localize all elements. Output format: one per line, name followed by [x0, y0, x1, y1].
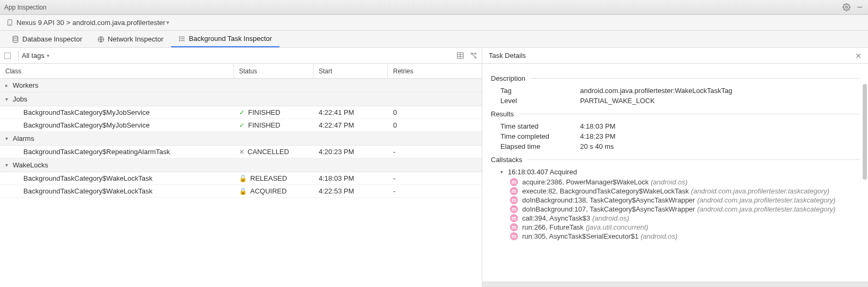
tab-database-inspector[interactable]: Database Inspector	[4, 31, 90, 47]
cell-start: 4:22:53 PM	[313, 187, 388, 195]
gear-icon[interactable]	[843, 3, 850, 11]
svg-point-17	[475, 57, 476, 58]
cell-status: ✓FINISHED	[234, 121, 313, 129]
svg-point-16	[471, 53, 473, 55]
details-title: Task Details	[489, 52, 855, 60]
th-class[interactable]: Class	[0, 64, 234, 78]
svg-point-18	[475, 53, 476, 55]
table-body: ▸ Workers ▾ Jobs BackgroundTaskCategory$…	[0, 79, 482, 287]
cell-retries: 0	[388, 121, 473, 129]
tab-label: Background Task Inspector	[189, 35, 273, 43]
cell-start: 4:22:47 PM	[313, 121, 388, 129]
th-start[interactable]: Start	[313, 64, 388, 78]
chevron-down-icon: ▾	[500, 169, 508, 175]
graph-view-icon[interactable]	[470, 52, 478, 60]
stack-frame[interactable]: mdoInBackground:107, TaskCategory$AsyncT…	[510, 205, 860, 213]
section-callstacks: Callstacks	[491, 156, 860, 164]
th-status[interactable]: Status	[234, 64, 313, 78]
cell-start: 4:20:23 PM	[313, 148, 388, 156]
stack-frame[interactable]: mcall:394, AsyncTask$3(android.os)	[510, 214, 860, 222]
method-badge-icon: m	[510, 205, 518, 213]
tab-label: Database Inspector	[22, 35, 82, 43]
group-wakelocks[interactable]: ▾ WakeLocks	[0, 158, 482, 172]
unlock-icon: 🔓	[239, 175, 247, 182]
globe-icon	[97, 36, 105, 43]
task-list-panel: All tags ▾ Class Status Start Retries ▸ …	[0, 48, 482, 287]
device-icon	[6, 19, 13, 26]
svg-point-10	[179, 38, 180, 39]
method-badge-icon: m	[510, 178, 518, 186]
stack-frame[interactable]: mdoInBackground:138, TaskCategory$AsyncT…	[510, 196, 860, 204]
group-workers[interactable]: ▸ Workers	[0, 79, 482, 92]
list-icon	[178, 35, 186, 43]
chevron-down-icon: ▾	[5, 162, 13, 168]
divider	[18, 51, 19, 61]
table-view-icon[interactable]	[456, 52, 464, 60]
table-row[interactable]: BackgroundTaskCategory$RepeatingAlarmTas…	[0, 146, 482, 158]
horizontal-scrollbar[interactable]	[482, 282, 868, 287]
cell-start: 4:18:03 PM	[313, 174, 388, 182]
method-badge-icon: m	[510, 196, 518, 204]
cell-retries: -	[388, 148, 473, 156]
lock-icon: 🔒	[239, 188, 247, 195]
table-row[interactable]: BackgroundTaskCategory$MyJobService ✓FIN…	[0, 106, 482, 119]
stack-frame[interactable]: mexecute:82, BackgroundTaskCategory$Wake…	[510, 187, 860, 195]
task-list-toolbar: All tags ▾	[0, 48, 482, 64]
kv-time-started: Time started 4:18:03 PM	[500, 122, 860, 130]
tags-filter-dropdown[interactable]: All tags ▾	[22, 52, 49, 60]
svg-point-11	[179, 40, 180, 40]
breadcrumb-process: android.com.java.profilertester	[72, 19, 165, 27]
table-row[interactable]: BackgroundTaskCategory$WakeLockTask 🔒ACQ…	[0, 185, 482, 198]
table-row[interactable]: BackgroundTaskCategory$WakeLockTask 🔓REL…	[0, 172, 482, 185]
cell-class: BackgroundTaskCategory$WakeLockTask	[0, 187, 234, 195]
th-retries[interactable]: Retries	[388, 64, 473, 78]
kv-elapsed: Elapsed time 20 s 40 ms	[500, 142, 860, 150]
cell-class: BackgroundTaskCategory$WakeLockTask	[0, 174, 234, 182]
kv-time-completed: Time completed 4:18:23 PM	[500, 132, 860, 140]
chevron-down-icon: ▾	[47, 53, 49, 58]
table-header: Class Status Start Retries	[0, 64, 482, 79]
group-alarms[interactable]: ▾ Alarms	[0, 132, 482, 146]
method-badge-icon: m	[510, 223, 518, 231]
panel-title: App Inspection	[4, 4, 837, 11]
method-badge-icon: m	[510, 187, 518, 195]
method-badge-icon: m	[510, 214, 518, 222]
cell-start: 4:22:41 PM	[313, 108, 388, 116]
cell-retries: 0	[388, 108, 473, 116]
section-results: Results	[491, 110, 860, 118]
cell-status: 🔒ACQUIRED	[234, 187, 313, 195]
table-row[interactable]: BackgroundTaskCategory$MyJobService ✓FIN…	[0, 119, 482, 132]
chevron-down-icon: ▾	[166, 19, 169, 26]
kv-level: Level PARTIAL_WAKE_LOCK	[500, 97, 860, 105]
stack-frame[interactable]: mrun:266, FutureTask(java.util.concurren…	[510, 223, 860, 231]
scrollbar-thumb[interactable]	[863, 84, 867, 180]
stop-icon[interactable]	[4, 53, 11, 59]
tab-background-task-inspector[interactable]: Background Task Inspector	[171, 31, 280, 47]
breadcrumb-device: Nexus 9 API 30	[16, 19, 64, 27]
tab-label: Network Inspector	[108, 35, 164, 43]
tab-network-inspector[interactable]: Network Inspector	[90, 31, 171, 47]
check-icon: ✓	[239, 121, 245, 129]
minimize-icon[interactable]	[856, 3, 864, 11]
stack-frame[interactable]: macquire:2386, PowerManager$WakeLock(and…	[510, 178, 860, 186]
titlebar: App Inspection	[0, 0, 868, 15]
details-header: Task Details ✕	[482, 48, 868, 64]
group-jobs[interactable]: ▾ Jobs	[0, 92, 482, 106]
database-icon	[12, 36, 19, 43]
check-icon: ✓	[239, 108, 245, 116]
chevron-down-icon: ▾	[5, 96, 13, 102]
details-body: Description Tag android.com.java.profile…	[482, 64, 868, 287]
chevron-down-icon: ▾	[5, 136, 13, 141]
kv-tag: Tag android.com.java.profilertester:Wake…	[500, 87, 860, 95]
svg-point-4	[13, 36, 18, 38]
cell-class: BackgroundTaskCategory$MyJobService	[0, 108, 234, 116]
cell-class: BackgroundTaskCategory$MyJobService	[0, 121, 234, 129]
x-icon: ✕	[239, 148, 244, 156]
section-description: Description	[491, 74, 860, 82]
stack-frame[interactable]: mrun:305, AsyncTask$SerialExecutor$1(and…	[510, 232, 860, 240]
breadcrumb[interactable]: Nexus 9 API 30 > android.com.java.profil…	[0, 15, 868, 31]
inspector-tabs: Database Inspector Network Inspector Bac…	[0, 31, 868, 48]
cell-status: 🔓RELEASED	[234, 174, 313, 182]
callstack-node[interactable]: ▾ 16:18:03.407 Acquired	[500, 168, 860, 176]
close-icon[interactable]: ✕	[855, 52, 862, 60]
